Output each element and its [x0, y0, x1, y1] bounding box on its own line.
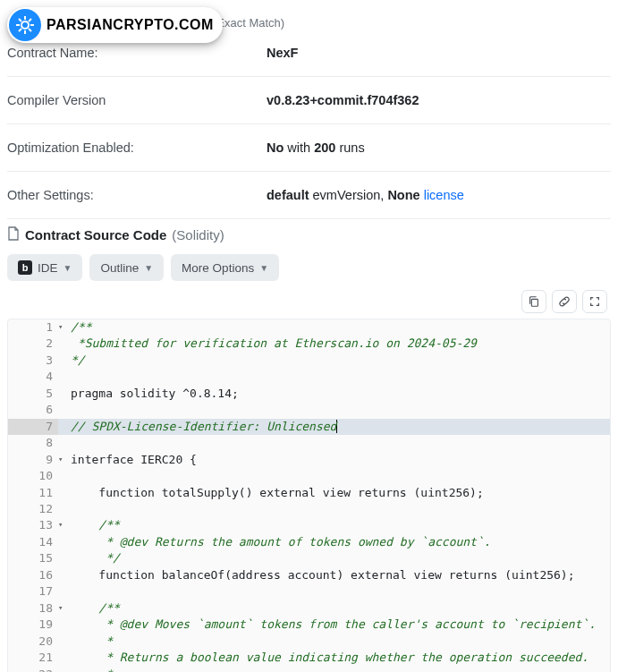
- watermark-text: PARSIANCRYPTO.COM: [47, 17, 214, 33]
- copy-button[interactable]: [521, 290, 546, 313]
- watermark-badge: PARSIANCRYPTO.COM: [7, 7, 223, 43]
- code-line[interactable]: 12: [8, 501, 610, 517]
- match-type-label: (Exact Match): [213, 16, 611, 30]
- code-line[interactable]: 22 *: [8, 667, 610, 672]
- code-line[interactable]: 4: [8, 369, 610, 385]
- code-line[interactable]: 15 */: [8, 550, 610, 566]
- row-other-settings: Other Settings: default evmVersion, None…: [7, 172, 611, 219]
- contract-name-value: NexF: [267, 46, 611, 60]
- code-line[interactable]: 21 * Returns a boolean value indicating …: [8, 650, 610, 666]
- compiler-version-label: Compiler Version: [7, 93, 267, 107]
- code-line[interactable]: 2 *Submitted for verification at Ethersc…: [8, 336, 610, 352]
- compiler-version-value: v0.8.23+commit.f704f362: [267, 93, 611, 107]
- code-line[interactable]: 3*/: [8, 353, 610, 369]
- code-line[interactable]: 20 *: [8, 634, 610, 650]
- fullscreen-button[interactable]: [582, 290, 607, 313]
- row-compiler-version: Compiler Version v0.8.23+commit.f704f362: [7, 77, 611, 124]
- svg-rect-1: [531, 299, 538, 306]
- code-toolbar: b IDE ▼ Outline ▼ More Options ▼: [7, 254, 611, 281]
- code-line[interactable]: 5pragma solidity ^0.8.14;: [8, 386, 610, 402]
- code-line[interactable]: 19 * @dev Moves `amount` tokens from the…: [8, 617, 610, 633]
- svg-point-0: [21, 21, 29, 29]
- code-line[interactable]: 18▾ /**: [8, 600, 610, 617]
- code-action-bar: [7, 290, 611, 313]
- watermark-icon: [9, 9, 41, 41]
- code-line[interactable]: 9▾interface IERC20 {: [8, 452, 610, 468]
- chevron-down-icon: ▼: [259, 263, 268, 273]
- code-line[interactable]: 6: [8, 402, 610, 418]
- code-line[interactable]: 16 function balanceOf(address account) e…: [8, 567, 610, 583]
- ide-dropdown[interactable]: b IDE ▼: [7, 254, 82, 281]
- contract-name-label: Contract Name:: [7, 46, 267, 60]
- code-line[interactable]: 10: [8, 468, 610, 484]
- file-icon: [7, 226, 20, 243]
- outline-dropdown[interactable]: Outline ▼: [89, 254, 164, 281]
- row-optimization: Optimization Enabled: No with 200 runs: [7, 124, 611, 172]
- code-line[interactable]: 13▾ /**: [8, 517, 610, 533]
- code-line[interactable]: 11 function totalSupply() external view …: [8, 485, 610, 501]
- code-line[interactable]: 14 * @dev Returns the amount of tokens o…: [8, 534, 610, 550]
- permalink-button[interactable]: [552, 290, 577, 313]
- code-line[interactable]: 17: [8, 583, 610, 600]
- ide-logo-icon: b: [18, 260, 32, 275]
- code-line[interactable]: 7// SPDX-License-Identifier: Unlicensed: [8, 419, 610, 435]
- license-link[interactable]: license: [424, 188, 464, 202]
- optimization-value: No with 200 runs: [267, 140, 611, 155]
- code-line[interactable]: 8: [8, 435, 610, 451]
- other-settings-value: default evmVersion, None license: [267, 188, 611, 202]
- chevron-down-icon: ▼: [144, 263, 153, 273]
- optimization-label: Optimization Enabled:: [7, 140, 267, 155]
- chevron-down-icon: ▼: [63, 263, 72, 273]
- source-code-editor[interactable]: 1▾/**2 *Submitted for verification at Et…: [7, 319, 611, 672]
- code-line[interactable]: 1▾/**: [8, 319, 610, 336]
- more-options-dropdown[interactable]: More Options ▼: [171, 254, 279, 281]
- source-code-heading: Contract Source Code (Solidity): [7, 226, 611, 243]
- other-settings-label: Other Settings:: [7, 188, 267, 202]
